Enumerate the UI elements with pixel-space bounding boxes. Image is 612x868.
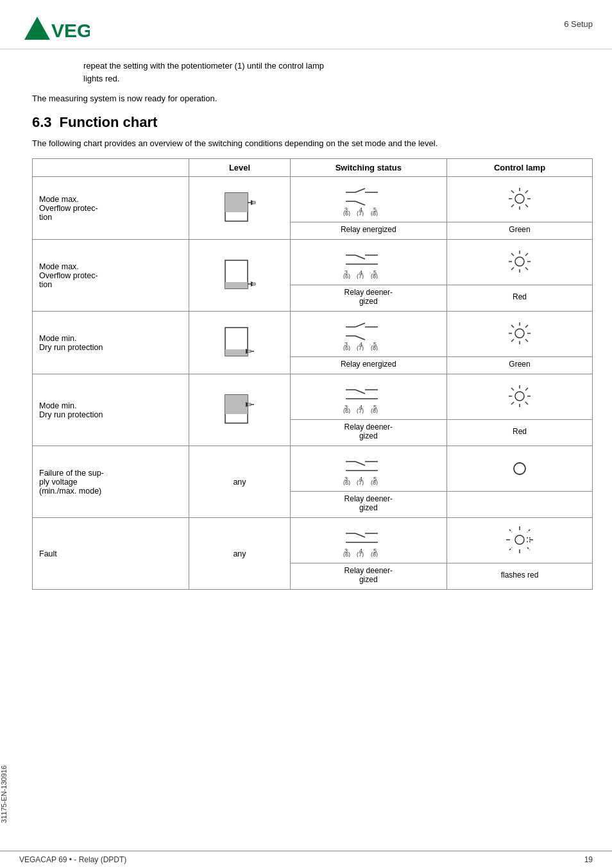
relay-status-4: Relay deener-gized bbox=[290, 420, 446, 446]
mode-label-2: Mode max.Overflow protec-tion bbox=[33, 240, 189, 312]
red-sun-icon bbox=[507, 249, 532, 274]
svg-point-18 bbox=[515, 194, 524, 203]
section-title: Function chart bbox=[60, 114, 158, 131]
section-number: 6.3 bbox=[32, 114, 52, 131]
relay-diagram-2: 3 4 5 (6) (7) (8) bbox=[290, 240, 446, 285]
mode-label-1: Mode max.Overflow protec-tion bbox=[33, 177, 189, 240]
lamp-icon-3 bbox=[447, 312, 593, 357]
table-row-5: Failure of the sup-ply voltage(min./max.… bbox=[33, 446, 593, 492]
svg-text:(8): (8) bbox=[371, 273, 378, 279]
table-row-6: Fault any 3 4 5 (6) bbox=[33, 518, 593, 563]
table-row-2: Mode max.Overflow protec-tion bbox=[33, 240, 593, 285]
svg-point-125 bbox=[515, 535, 524, 544]
svg-line-75 bbox=[525, 325, 528, 328]
svg-line-24 bbox=[525, 204, 528, 207]
svg-line-83 bbox=[355, 390, 365, 394]
svg-text:(7): (7) bbox=[357, 480, 364, 485]
svg-rect-3 bbox=[225, 193, 248, 212]
lamp-status-5 bbox=[447, 492, 593, 518]
svg-line-76 bbox=[511, 339, 514, 342]
intro-line2: lights red. bbox=[83, 72, 593, 85]
section-description: The following chart provides an overview… bbox=[32, 137, 593, 150]
logo: VEGA bbox=[19, 12, 90, 42]
header: VEGA 6 Setup bbox=[0, 0, 612, 49]
green-sun-icon bbox=[507, 186, 532, 212]
svg-rect-28 bbox=[225, 282, 248, 288]
svg-line-23 bbox=[511, 190, 514, 193]
section-heading: 6.3 Function chart bbox=[32, 114, 593, 131]
svg-line-11 bbox=[355, 201, 365, 205]
lamp-status-1: Green bbox=[447, 222, 593, 240]
svg-text:(6): (6) bbox=[343, 480, 350, 485]
footer-page-number: 19 bbox=[584, 855, 593, 864]
table-row-3: Mode min.Dry run protection bbox=[33, 312, 593, 357]
table-row-4: Mode min.Dry run protection bbox=[33, 374, 593, 420]
lamp-icon-2 bbox=[447, 240, 593, 285]
svg-text:(7): (7) bbox=[357, 551, 364, 557]
relay-diagram-6: 3 4 5 (6) (7) (8) bbox=[290, 518, 446, 563]
system-ready-text: The measuring system is now ready for op… bbox=[32, 92, 593, 105]
lamp-icon-1 bbox=[447, 177, 593, 222]
svg-line-98 bbox=[511, 388, 514, 390]
relay-diagram-1: 3 4 5 (6) (7) (8) bbox=[290, 177, 446, 222]
svg-marker-0 bbox=[24, 17, 50, 40]
level-low-icon bbox=[222, 257, 257, 292]
svg-line-33 bbox=[355, 255, 365, 259]
svg-line-99 bbox=[525, 402, 528, 405]
intro-line1: repeat the setting with the potentiomete… bbox=[83, 60, 593, 72]
svg-text:(8): (8) bbox=[371, 345, 378, 351]
relay-diagram-5: 3 4 5 (6) (7) (8) bbox=[290, 446, 446, 492]
vega-logo-icon: VEGA bbox=[19, 12, 90, 42]
svg-line-115 bbox=[355, 533, 365, 537]
svg-text:(8): (8) bbox=[371, 551, 378, 557]
level-diagram-2 bbox=[189, 240, 290, 312]
mode-label-3: Mode min.Dry run protection bbox=[33, 312, 189, 374]
relay-diagram-4: 3 4 5 (6) (7) (8) bbox=[290, 374, 446, 420]
svg-text:(8): (8) bbox=[371, 480, 378, 485]
lamp-status-6: flashes red bbox=[447, 563, 593, 590]
flash-sun-icon bbox=[504, 524, 536, 556]
svg-rect-78 bbox=[225, 395, 248, 414]
col-header-switching: Switching status bbox=[290, 159, 446, 177]
relay-deenergized2-svg: 3 4 5 (6) (7) (8) bbox=[343, 378, 394, 413]
svg-line-25 bbox=[525, 190, 528, 193]
svg-point-113 bbox=[514, 463, 525, 474]
level-diagram-1 bbox=[189, 177, 290, 240]
svg-text:(8): (8) bbox=[371, 210, 378, 216]
svg-rect-6 bbox=[252, 201, 255, 204]
relay-deenergized4-svg: 3 4 5 (6) (7) (8) bbox=[343, 522, 394, 557]
svg-line-132 bbox=[527, 530, 530, 532]
relay-status-3: Relay energized bbox=[290, 357, 446, 374]
relay-status-2: Relay deener-gized bbox=[290, 285, 446, 312]
svg-text:(7): (7) bbox=[357, 273, 364, 279]
lamp-status-2: Red bbox=[447, 285, 593, 312]
relay-energized-svg: 3 4 5 (6) (7) (8) bbox=[343, 181, 394, 216]
lamp-status-4: Red bbox=[447, 420, 593, 446]
off-circle-icon bbox=[512, 461, 527, 476]
col-header-level: Level bbox=[189, 159, 290, 177]
svg-text:(7): (7) bbox=[357, 345, 364, 351]
svg-line-101 bbox=[511, 402, 514, 405]
relay-deenergized3-svg: 3 4 5 (6) (7) (8) bbox=[343, 450, 394, 485]
mode-label-4: Mode min.Dry run protection bbox=[33, 374, 189, 446]
svg-line-103 bbox=[355, 462, 365, 465]
footer-product-name: VEGACAP 69 • - Relay (DPDT) bbox=[19, 855, 126, 864]
lamp-icon-5 bbox=[447, 446, 593, 492]
mode-label-6: Fault bbox=[33, 518, 189, 590]
relay-status-6: Relay deener-gized bbox=[290, 563, 446, 590]
svg-text:VEGA: VEGA bbox=[51, 20, 90, 41]
table-row: Mode max.Overflow protec-tion bbox=[33, 177, 593, 222]
red-sun2-icon bbox=[507, 383, 532, 409]
lamp-icon-6 bbox=[447, 518, 593, 563]
svg-line-133 bbox=[509, 547, 512, 550]
relay-status-1: Relay energized bbox=[290, 222, 446, 240]
header-section-label: 6 Setup bbox=[564, 12, 593, 29]
page: VEGA 6 Setup repeat the setting with the… bbox=[0, 0, 612, 868]
svg-text:(7): (7) bbox=[357, 408, 364, 413]
svg-point-68 bbox=[515, 329, 524, 338]
svg-text:(8): (8) bbox=[371, 408, 378, 413]
svg-line-58 bbox=[355, 323, 365, 327]
svg-line-50 bbox=[525, 253, 528, 256]
level-high-icon bbox=[222, 190, 257, 225]
svg-line-100 bbox=[525, 388, 528, 390]
